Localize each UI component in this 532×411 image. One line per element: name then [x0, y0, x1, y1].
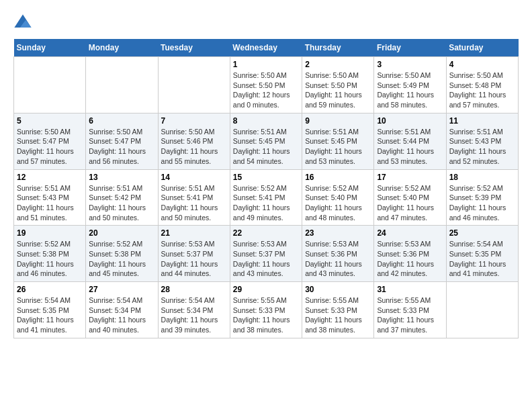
day-info: Sunrise: 5:51 AM Sunset: 5:45 PM Dayligh… [233, 127, 299, 167]
day-number: 31 [377, 285, 443, 294]
day-number: 7 [161, 116, 227, 126]
calendar-cell: 3Sunrise: 5:50 AM Sunset: 5:49 PM Daylig… [374, 57, 446, 113]
calendar-cell: 27Sunrise: 5:54 AM Sunset: 5:34 PM Dayli… [86, 282, 158, 338]
calendar-week-row: 1Sunrise: 5:50 AM Sunset: 5:50 PM Daylig… [14, 57, 519, 113]
day-number: 21 [161, 228, 227, 238]
calendar-cell: 1Sunrise: 5:50 AM Sunset: 5:50 PM Daylig… [230, 57, 302, 113]
weekday-header: Saturday [446, 39, 518, 57]
day-info: Sunrise: 5:50 AM Sunset: 5:46 PM Dayligh… [161, 127, 227, 167]
day-info: Sunrise: 5:50 AM Sunset: 5:48 PM Dayligh… [449, 71, 515, 110]
day-number: 8 [233, 116, 299, 126]
day-number: 2 [305, 60, 371, 69]
calendar-cell: 7Sunrise: 5:50 AM Sunset: 5:46 PM Daylig… [158, 113, 230, 169]
day-info: Sunrise: 5:51 AM Sunset: 5:45 PM Dayligh… [305, 127, 371, 167]
calendar-cell: 21Sunrise: 5:53 AM Sunset: 5:37 PM Dayli… [158, 226, 230, 282]
day-number: 4 [449, 60, 515, 69]
day-number: 1 [233, 60, 299, 69]
calendar-header-row: SundayMondayTuesdayWednesdayThursdayFrid… [14, 39, 519, 57]
logo [13, 13, 35, 32]
calendar-cell: 12Sunrise: 5:51 AM Sunset: 5:43 PM Dayli… [14, 169, 86, 226]
page-header [13, 13, 519, 32]
day-info: Sunrise: 5:53 AM Sunset: 5:36 PM Dayligh… [377, 239, 443, 279]
day-info: Sunrise: 5:55 AM Sunset: 5:33 PM Dayligh… [305, 295, 371, 335]
day-number: 12 [17, 173, 83, 182]
day-info: Sunrise: 5:51 AM Sunset: 5:43 PM Dayligh… [17, 183, 83, 223]
day-number: 15 [233, 173, 299, 182]
day-number: 24 [377, 228, 443, 238]
day-number: 13 [89, 173, 154, 182]
day-info: Sunrise: 5:53 AM Sunset: 5:37 PM Dayligh… [233, 239, 299, 279]
day-info: Sunrise: 5:52 AM Sunset: 5:38 PM Dayligh… [89, 239, 154, 279]
day-number: 28 [161, 285, 227, 294]
day-number: 23 [305, 228, 371, 238]
calendar-cell: 22Sunrise: 5:53 AM Sunset: 5:37 PM Dayli… [230, 226, 302, 282]
weekday-header: Wednesday [230, 39, 302, 57]
day-info: Sunrise: 5:54 AM Sunset: 5:34 PM Dayligh… [161, 295, 227, 335]
day-info: Sunrise: 5:53 AM Sunset: 5:36 PM Dayligh… [305, 239, 371, 279]
day-info: Sunrise: 5:55 AM Sunset: 5:33 PM Dayligh… [233, 295, 299, 335]
calendar-cell: 2Sunrise: 5:50 AM Sunset: 5:50 PM Daylig… [302, 57, 374, 113]
day-number: 20 [89, 228, 154, 238]
logo-icon [13, 13, 32, 32]
day-info: Sunrise: 5:52 AM Sunset: 5:40 PM Dayligh… [305, 183, 371, 223]
calendar-cell: 16Sunrise: 5:52 AM Sunset: 5:40 PM Dayli… [302, 169, 374, 226]
calendar-cell [446, 282, 518, 338]
day-number: 29 [233, 285, 299, 294]
day-number: 22 [233, 228, 299, 238]
day-info: Sunrise: 5:51 AM Sunset: 5:43 PM Dayligh… [449, 127, 515, 167]
day-info: Sunrise: 5:51 AM Sunset: 5:41 PM Dayligh… [161, 183, 227, 223]
calendar-cell: 26Sunrise: 5:54 AM Sunset: 5:35 PM Dayli… [14, 282, 86, 338]
day-number: 25 [449, 228, 515, 238]
day-number: 3 [377, 60, 443, 69]
calendar-cell: 23Sunrise: 5:53 AM Sunset: 5:36 PM Dayli… [302, 226, 374, 282]
day-number: 18 [449, 173, 515, 182]
day-number: 16 [305, 173, 371, 182]
calendar-cell: 14Sunrise: 5:51 AM Sunset: 5:41 PM Dayli… [158, 169, 230, 226]
day-info: Sunrise: 5:50 AM Sunset: 5:50 PM Dayligh… [233, 71, 299, 110]
calendar-week-row: 26Sunrise: 5:54 AM Sunset: 5:35 PM Dayli… [14, 282, 519, 338]
calendar-cell [86, 57, 158, 113]
weekday-header: Monday [86, 39, 158, 57]
calendar-cell [14, 57, 86, 113]
day-info: Sunrise: 5:54 AM Sunset: 5:34 PM Dayligh… [89, 295, 154, 335]
calendar-week-row: 5Sunrise: 5:50 AM Sunset: 5:47 PM Daylig… [14, 113, 519, 169]
day-info: Sunrise: 5:53 AM Sunset: 5:37 PM Dayligh… [161, 239, 227, 279]
day-info: Sunrise: 5:51 AM Sunset: 5:44 PM Dayligh… [377, 127, 443, 167]
day-number: 27 [89, 285, 154, 294]
calendar-cell: 9Sunrise: 5:51 AM Sunset: 5:45 PM Daylig… [302, 113, 374, 169]
day-number: 5 [17, 116, 83, 126]
weekday-header: Tuesday [158, 39, 230, 57]
calendar-cell: 20Sunrise: 5:52 AM Sunset: 5:38 PM Dayli… [86, 226, 158, 282]
calendar-cell: 25Sunrise: 5:54 AM Sunset: 5:35 PM Dayli… [446, 226, 518, 282]
day-number: 6 [89, 116, 154, 126]
day-number: 30 [305, 285, 371, 294]
day-info: Sunrise: 5:50 AM Sunset: 5:47 PM Dayligh… [17, 127, 83, 167]
day-info: Sunrise: 5:54 AM Sunset: 5:35 PM Dayligh… [17, 295, 83, 335]
day-info: Sunrise: 5:50 AM Sunset: 5:50 PM Dayligh… [305, 71, 371, 110]
day-info: Sunrise: 5:50 AM Sunset: 5:49 PM Dayligh… [377, 71, 443, 110]
weekday-header: Thursday [302, 39, 374, 57]
calendar-cell: 10Sunrise: 5:51 AM Sunset: 5:44 PM Dayli… [374, 113, 446, 169]
calendar-cell: 29Sunrise: 5:55 AM Sunset: 5:33 PM Dayli… [230, 282, 302, 338]
calendar-cell: 28Sunrise: 5:54 AM Sunset: 5:34 PM Dayli… [158, 282, 230, 338]
calendar-cell: 30Sunrise: 5:55 AM Sunset: 5:33 PM Dayli… [302, 282, 374, 338]
day-info: Sunrise: 5:54 AM Sunset: 5:35 PM Dayligh… [449, 239, 515, 279]
day-number: 9 [305, 116, 371, 126]
calendar-cell: 24Sunrise: 5:53 AM Sunset: 5:36 PM Dayli… [374, 226, 446, 282]
day-info: Sunrise: 5:50 AM Sunset: 5:47 PM Dayligh… [89, 127, 154, 167]
calendar-cell [158, 57, 230, 113]
weekday-header: Sunday [14, 39, 86, 57]
day-number: 19 [17, 228, 83, 238]
calendar-cell: 8Sunrise: 5:51 AM Sunset: 5:45 PM Daylig… [230, 113, 302, 169]
calendar-table: SundayMondayTuesdayWednesdayThursdayFrid… [13, 39, 519, 338]
calendar-cell: 17Sunrise: 5:52 AM Sunset: 5:40 PM Dayli… [374, 169, 446, 226]
day-number: 14 [161, 173, 227, 182]
day-number: 17 [377, 173, 443, 182]
day-info: Sunrise: 5:52 AM Sunset: 5:41 PM Dayligh… [233, 183, 299, 223]
calendar-cell: 31Sunrise: 5:55 AM Sunset: 5:33 PM Dayli… [374, 282, 446, 338]
calendar-cell: 18Sunrise: 5:52 AM Sunset: 5:39 PM Dayli… [446, 169, 518, 226]
calendar-week-row: 12Sunrise: 5:51 AM Sunset: 5:43 PM Dayli… [14, 169, 519, 226]
day-info: Sunrise: 5:52 AM Sunset: 5:39 PM Dayligh… [449, 183, 515, 223]
day-number: 10 [377, 116, 443, 126]
calendar-cell: 13Sunrise: 5:51 AM Sunset: 5:42 PM Dayli… [86, 169, 158, 226]
